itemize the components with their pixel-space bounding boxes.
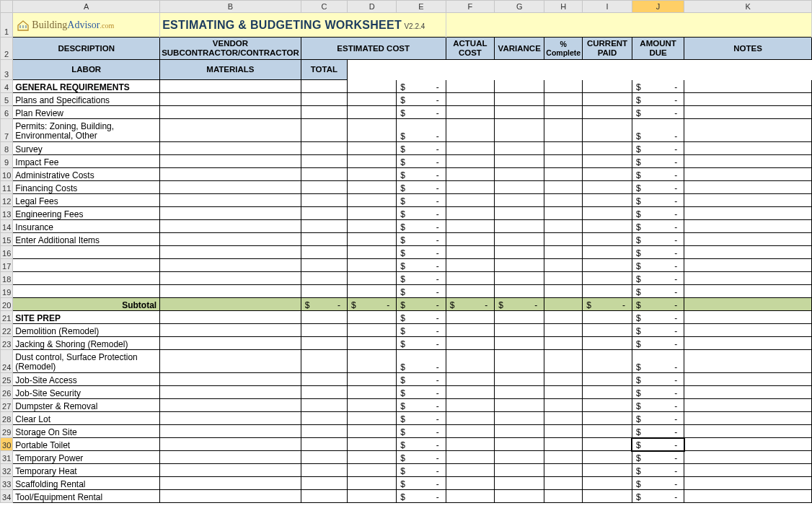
cell-31-G[interactable] <box>495 451 544 464</box>
cell-18-F[interactable] <box>446 272 495 285</box>
cell-16-H[interactable] <box>544 246 583 259</box>
cell-18-J[interactable]: $- <box>632 272 684 285</box>
cell-15-F[interactable] <box>446 233 495 246</box>
cell-24-D[interactable] <box>348 350 397 373</box>
cell-28-E[interactable]: $- <box>397 412 446 425</box>
cell-14-B[interactable] <box>160 220 301 233</box>
col-header-D[interactable]: D <box>348 1 397 13</box>
cell-28-J[interactable]: $- <box>632 412 684 425</box>
cell-4-B[interactable] <box>160 80 301 93</box>
cell-13-I[interactable] <box>583 207 632 220</box>
cell-32-E[interactable]: $- <box>397 464 446 477</box>
cell-29-I[interactable] <box>583 425 632 438</box>
cell-26-H[interactable] <box>544 386 583 399</box>
row-header-33[interactable]: 33 <box>1 477 13 490</box>
cell-30-I[interactable] <box>583 438 632 451</box>
cell-12-F[interactable] <box>446 194 495 207</box>
col-header-F[interactable]: F <box>446 1 495 13</box>
cell-31-J[interactable]: $- <box>632 451 684 464</box>
cell-19-I[interactable] <box>583 285 632 298</box>
cell-21-G[interactable] <box>495 311 544 324</box>
cell-12-G[interactable] <box>495 194 544 207</box>
cell-9-D[interactable] <box>348 155 397 168</box>
row-header-30[interactable]: 30 <box>1 438 13 451</box>
cell-31-H[interactable] <box>544 451 583 464</box>
row-header-6[interactable]: 6 <box>1 106 13 119</box>
cell-11-E[interactable]: $- <box>397 181 446 194</box>
row-header-16[interactable]: 16 <box>1 246 13 259</box>
cell-25-C[interactable] <box>301 373 347 386</box>
cell-17-D[interactable] <box>348 259 397 272</box>
cell-11-J[interactable]: $- <box>632 181 684 194</box>
cell-18-C[interactable] <box>301 272 347 285</box>
cell-22-E[interactable]: $- <box>397 324 446 337</box>
row-header-1[interactable]: 1 <box>1 13 13 38</box>
cell-32-K[interactable] <box>684 464 812 477</box>
cell-25-G[interactable] <box>495 373 544 386</box>
cell-19-B[interactable] <box>160 285 301 298</box>
row-header-18[interactable]: 18 <box>1 272 13 285</box>
cell-22-B[interactable] <box>160 324 301 337</box>
cell-11-C[interactable] <box>301 181 347 194</box>
cell-4-E[interactable]: $- <box>397 80 446 93</box>
column-headers[interactable]: ABCDEFGHIJK <box>1 1 812 13</box>
cell-12-C[interactable] <box>301 194 347 207</box>
cell-22-G[interactable] <box>495 324 544 337</box>
cell-23-D[interactable] <box>348 337 397 350</box>
cell-27-G[interactable] <box>495 399 544 412</box>
cell-23-H[interactable] <box>544 337 583 350</box>
cell-17-G[interactable] <box>495 259 544 272</box>
cell-17-C[interactable] <box>301 259 347 272</box>
cell-27-H[interactable] <box>544 399 583 412</box>
col-header-A[interactable]: A <box>13 1 160 13</box>
cell-30-A[interactable]: Portable Toilet <box>13 438 160 451</box>
cell-19-E[interactable]: $- <box>397 285 446 298</box>
cell-5-E[interactable]: $- <box>397 93 446 106</box>
cell-14-D[interactable] <box>348 220 397 233</box>
cell-21-F[interactable] <box>446 311 495 324</box>
cell-8-J[interactable]: $- <box>632 142 684 155</box>
cell-21-A[interactable]: SITE PREP <box>13 311 160 324</box>
cell-7-D[interactable] <box>348 119 397 142</box>
cell-7-J[interactable]: $- <box>632 119 684 142</box>
cell-6-G[interactable] <box>495 106 544 119</box>
cell-31-K[interactable] <box>684 451 812 464</box>
cell-17-J[interactable]: $- <box>632 259 684 272</box>
cell-29-J[interactable]: $- <box>632 425 684 438</box>
cell-6-J[interactable]: $- <box>632 106 684 119</box>
cell-7-A[interactable]: Permits: Zoning, Building, Environmental… <box>13 119 160 142</box>
cell-25-J[interactable]: $- <box>632 373 684 386</box>
cell-29-K[interactable] <box>684 425 812 438</box>
cell-5-H[interactable] <box>544 93 583 106</box>
cell-32-B[interactable] <box>160 464 301 477</box>
cell-33-C[interactable] <box>301 477 347 490</box>
cell-24-A[interactable]: Dust control, Surface Protection (Remode… <box>13 350 160 373</box>
cell-26-B[interactable] <box>160 386 301 399</box>
cell-4-I[interactable] <box>583 80 632 93</box>
row-header-22[interactable]: 22 <box>1 324 13 337</box>
cell-25-F[interactable] <box>446 373 495 386</box>
cell-22-A[interactable]: Demolition (Remodel) <box>13 324 160 337</box>
cell-12-J[interactable]: $- <box>632 194 684 207</box>
cell-16-B[interactable] <box>160 246 301 259</box>
cell-13-H[interactable] <box>544 207 583 220</box>
cell-31-B[interactable] <box>160 451 301 464</box>
cell-20-E[interactable]: $- <box>397 298 446 311</box>
cell-15-C[interactable] <box>301 233 347 246</box>
cell-26-C[interactable] <box>301 386 347 399</box>
cell-25-H[interactable] <box>544 373 583 386</box>
cell-4-G[interactable] <box>495 80 544 93</box>
cell-5-J[interactable]: $- <box>632 93 684 106</box>
cell-21-I[interactable] <box>583 311 632 324</box>
row-header-23[interactable]: 23 <box>1 337 13 350</box>
cell-10-I[interactable] <box>583 168 632 181</box>
row-header-21[interactable]: 21 <box>1 311 13 324</box>
cell-4-K[interactable] <box>684 80 812 93</box>
cell-11-I[interactable] <box>583 181 632 194</box>
cell-5-D[interactable] <box>348 93 397 106</box>
cell-7-G[interactable] <box>495 119 544 142</box>
cell-29-B[interactable] <box>160 425 301 438</box>
cell-15-A[interactable]: Enter Additional Items <box>13 233 160 246</box>
cell-27-K[interactable] <box>684 399 812 412</box>
row-header-4[interactable]: 4 <box>1 80 13 93</box>
